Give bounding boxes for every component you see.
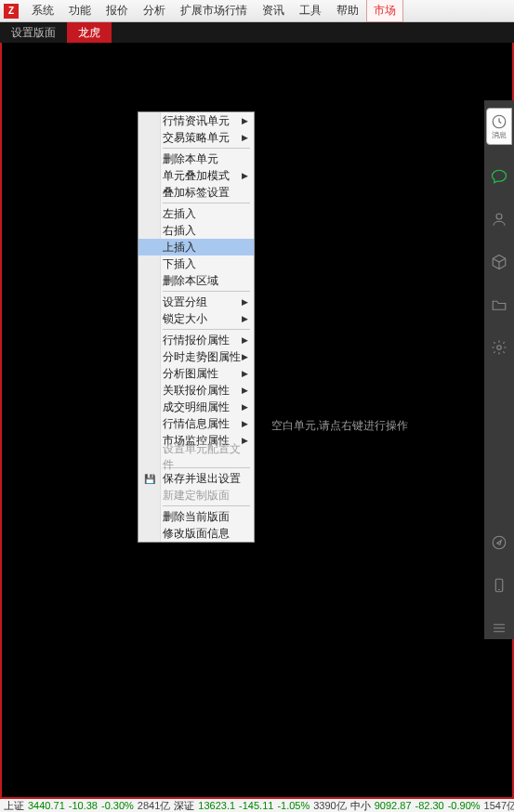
menu-function[interactable]: 功能 — [61, 0, 99, 22]
ctx-item[interactable]: 上插入 — [138, 239, 254, 255]
submenu-arrow-icon: ▶ — [242, 171, 248, 180]
index-volume: 3390亿 — [313, 799, 346, 812]
tabbar: 设置版面 龙虎 — [0, 22, 514, 43]
chat-icon[interactable] — [488, 165, 510, 188]
user-icon[interactable] — [488, 208, 510, 230]
ctx-item-label: 新建定制版面 — [163, 488, 230, 504]
ctx-item-label: 单元叠加模式 — [163, 168, 230, 184]
index-change: -82.30 — [415, 800, 444, 811]
app-logo-icon: Z — [4, 4, 19, 19]
menu-icon[interactable] — [488, 617, 510, 639]
ctx-item-label: 叠加标签设置 — [163, 185, 230, 201]
clock-icon — [491, 113, 507, 130]
ctx-item-label: 设置单元配置文件 — [163, 441, 248, 473]
ctx-item[interactable]: 分析图属性▶ — [138, 365, 254, 382]
submenu-arrow-icon: ▶ — [242, 335, 248, 345]
index-change: -10.38 — [69, 800, 98, 811]
workspace-hint: 空白单元,请点右键进行操作 — [271, 418, 408, 434]
phone-icon[interactable] — [488, 574, 510, 596]
menu-market[interactable]: 市场 — [366, 0, 403, 22]
index-value: 3440.71 — [28, 800, 65, 811]
menu-separator — [163, 291, 250, 292]
svg-point-2 — [497, 346, 502, 350]
ctx-item[interactable]: 删除本单元 — [138, 151, 254, 167]
index-volume: 1547亿 — [484, 799, 514, 812]
menu-quote[interactable]: 报价 — [99, 0, 136, 22]
ctx-item-label: 行情信息属性 — [163, 416, 230, 432]
index-change: -145.11 — [239, 800, 273, 811]
cube-icon[interactable] — [488, 251, 510, 273]
ctx-item-label: 下插入 — [163, 256, 196, 272]
ctx-item-label: 上插入 — [163, 240, 196, 255]
ctx-item[interactable]: 保存并退出设置💾 — [138, 470, 254, 487]
ctx-item-label: 交易策略单元 — [163, 130, 230, 146]
ctx-item[interactable]: 行情资讯单元▶ — [138, 112, 254, 129]
ctx-item[interactable]: 行情信息属性▶ — [138, 415, 254, 432]
ctx-item[interactable]: 叠加标签设置 — [138, 184, 254, 201]
ctx-item[interactable]: 锁定大小▶ — [138, 310, 254, 327]
folder-icon[interactable] — [488, 294, 510, 316]
ctx-item[interactable]: 成交明细属性▶ — [138, 399, 254, 415]
index-pct: -1.05% — [277, 800, 310, 811]
submenu-arrow-icon: ▶ — [242, 314, 248, 323]
submenu-arrow-icon: ▶ — [242, 352, 248, 361]
ctx-item-label: 行情报价属性 — [163, 333, 230, 348]
ctx-item[interactable]: 设置分组▶ — [138, 294, 254, 310]
ctx-item[interactable]: 删除本区域 — [138, 272, 254, 289]
ctx-item-label: 设置分组 — [163, 295, 207, 310]
menu-analysis[interactable]: 分析 — [136, 0, 173, 22]
ctx-item[interactable]: 单元叠加模式▶ — [138, 167, 254, 184]
index-pct: -0.30% — [101, 800, 134, 811]
ctx-item-label: 删除本单元 — [163, 151, 218, 167]
submenu-arrow-icon: ▶ — [242, 133, 248, 142]
menu-tools[interactable]: 工具 — [292, 0, 329, 22]
index-name: 上证 — [4, 799, 24, 812]
side-message-label: 消息 — [492, 130, 507, 140]
menu-separator — [163, 505, 250, 506]
tab-layout-settings[interactable]: 设置版面 — [0, 22, 67, 43]
ctx-item[interactable]: 交易策略单元▶ — [138, 129, 254, 146]
ctx-item[interactable]: 关联报价属性▶ — [138, 382, 254, 399]
side-message-box[interactable]: 消息 — [486, 108, 512, 145]
index-volume: 2841亿 — [138, 799, 170, 812]
svg-point-3 — [493, 536, 506, 549]
ctx-item[interactable]: 右插入 — [138, 222, 254, 239]
menu-ext-market[interactable]: 扩展市场行情 — [173, 0, 255, 22]
context-menu: 行情资讯单元▶交易策略单元▶删除本单元单元叠加模式▶叠加标签设置左插入右插入上插… — [138, 111, 255, 543]
ctx-item[interactable]: 修改版面信息 — [138, 525, 254, 542]
ctx-item[interactable]: 分时走势图属性▶ — [138, 348, 254, 365]
submenu-arrow-icon: ▶ — [242, 369, 248, 378]
index-value: 13623.1 — [198, 800, 235, 811]
ctx-item-label: 左插入 — [163, 206, 196, 222]
ctx-item: 设置单元配置文件 — [138, 449, 254, 465]
workspace[interactable]: 空白单元,请点右键进行操作 — [0, 43, 514, 799]
statusbar: 上证3440.71-10.38-0.30%2841亿深证13623.1-145.… — [0, 799, 514, 812]
menu-news[interactable]: 资讯 — [255, 0, 292, 22]
ctx-item[interactable]: 左插入 — [138, 205, 254, 222]
ctx-item-label: 行情资讯单元 — [163, 113, 230, 129]
menu-system[interactable]: 系统 — [24, 0, 61, 22]
menu-separator — [163, 329, 250, 330]
ctx-item-label: 分析图属性 — [163, 366, 218, 382]
menu-separator — [163, 203, 250, 203]
ctx-item-label: 保存并退出设置 — [163, 471, 241, 487]
ctx-item-label: 成交明细属性 — [163, 399, 230, 415]
index-name: 中小 — [350, 799, 371, 812]
ctx-item-label: 分时走势图属性 — [163, 349, 241, 365]
ctx-item[interactable]: 行情报价属性▶ — [138, 332, 254, 348]
compass-icon[interactable] — [488, 531, 510, 554]
ctx-item[interactable]: 下插入 — [138, 255, 254, 272]
ctx-item[interactable]: 删除当前版面 — [138, 508, 254, 525]
svg-point-1 — [496, 214, 502, 219]
index-name: 深证 — [174, 799, 194, 812]
submenu-arrow-icon: ▶ — [242, 297, 248, 307]
ctx-item-label: 删除当前版面 — [163, 509, 230, 525]
tab-longhu[interactable]: 龙虎 — [67, 22, 112, 43]
ctx-item: 新建定制版面 — [138, 487, 254, 504]
menu-help[interactable]: 帮助 — [329, 0, 366, 22]
index-value: 9092.87 — [375, 800, 412, 811]
submenu-arrow-icon: ▶ — [242, 386, 248, 395]
gear-icon[interactable] — [488, 336, 510, 359]
submenu-arrow-icon: ▶ — [242, 419, 248, 428]
ctx-item-label: 右插入 — [163, 223, 196, 239]
